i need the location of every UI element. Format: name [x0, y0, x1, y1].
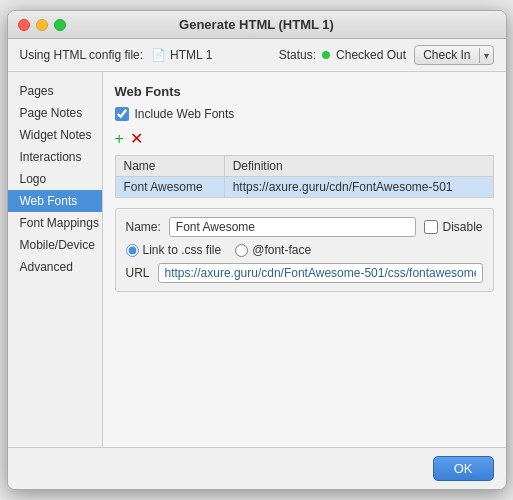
name-label: Name:	[126, 220, 161, 234]
check-in-arrow[interactable]: ▾	[479, 48, 493, 63]
title-bar: Generate HTML (HTML 1)	[8, 11, 506, 39]
radio-row: Link to .css file @font-face	[126, 243, 483, 257]
radio-fontface-label: @font-face	[252, 243, 311, 257]
disable-checkbox[interactable]	[424, 220, 438, 234]
content-area: Web Fonts Include Web Fonts + ✕ Name Def…	[103, 72, 506, 447]
footer: OK	[8, 447, 506, 489]
section-title: Web Fonts	[115, 84, 494, 99]
sidebar-item-mobile-device[interactable]: Mobile/Device	[8, 234, 102, 256]
sidebar-item-web-fonts[interactable]: Web Fonts	[8, 190, 102, 212]
ok-button[interactable]: OK	[433, 456, 494, 481]
close-button[interactable]	[18, 19, 30, 31]
config-label: Using HTML config file:	[20, 48, 144, 62]
check-in-label: Check In	[415, 46, 478, 64]
sidebar-item-font-mappings[interactable]: Font Mappings	[8, 212, 102, 234]
status-text: Checked Out	[336, 48, 406, 62]
sidebar-item-logo[interactable]: Logo	[8, 168, 102, 190]
sidebar-item-widget-notes[interactable]: Widget Notes	[8, 124, 102, 146]
detail-panel: Name: Disable Link to .css file	[115, 208, 494, 292]
config-selector[interactable]: 📄 HTML 1	[151, 48, 212, 62]
sidebar-item-advanced[interactable]: Advanced	[8, 256, 102, 278]
include-web-fonts-row: Include Web Fonts	[115, 107, 494, 121]
name-input[interactable]	[169, 217, 417, 237]
main-content: Pages Page Notes Widget Notes Interactio…	[8, 72, 506, 447]
main-window: Generate HTML (HTML 1) Using HTML config…	[7, 10, 507, 490]
config-file-icon: 📄	[151, 48, 166, 62]
url-input[interactable]	[158, 263, 483, 283]
url-row: URL	[126, 263, 483, 283]
radio-fontface-input[interactable]	[235, 244, 248, 257]
radio-css-label: Link to .css file	[143, 243, 222, 257]
name-row: Name: Disable	[126, 217, 483, 237]
status-label: Status:	[279, 48, 316, 62]
font-name-cell: Font Awesome	[115, 177, 224, 198]
radio-css-file[interactable]: Link to .css file	[126, 243, 222, 257]
col-definition-header: Definition	[224, 156, 493, 177]
minimize-button[interactable]	[36, 19, 48, 31]
remove-font-button[interactable]: ✕	[130, 131, 143, 147]
font-definition-cell: https://axure.guru/cdn/FontAwesome-501	[224, 177, 493, 198]
sidebar-item-interactions[interactable]: Interactions	[8, 146, 102, 168]
sidebar: Pages Page Notes Widget Notes Interactio…	[8, 72, 103, 447]
toolbar: Using HTML config file: 📄 HTML 1 Status:…	[8, 39, 506, 72]
disable-row: Disable	[424, 220, 482, 234]
sidebar-item-pages[interactable]: Pages	[8, 80, 102, 102]
url-label: URL	[126, 266, 150, 280]
status-section: Status: Checked Out	[279, 48, 406, 62]
status-indicator	[322, 51, 330, 59]
config-name: HTML 1	[170, 48, 212, 62]
include-web-fonts-checkbox[interactable]	[115, 107, 129, 121]
radio-font-face[interactable]: @font-face	[235, 243, 311, 257]
add-font-button[interactable]: +	[115, 131, 124, 147]
radio-css-input[interactable]	[126, 244, 139, 257]
table-row[interactable]: Font Awesome https://axure.guru/cdn/Font…	[115, 177, 493, 198]
sidebar-item-page-notes[interactable]: Page Notes	[8, 102, 102, 124]
icon-row: + ✕	[115, 131, 494, 147]
col-name-header: Name	[115, 156, 224, 177]
check-in-button[interactable]: Check In ▾	[414, 45, 493, 65]
window-title: Generate HTML (HTML 1)	[179, 17, 334, 32]
fonts-table: Name Definition Font Awesome https://axu…	[115, 155, 494, 198]
include-web-fonts-label: Include Web Fonts	[135, 107, 235, 121]
disable-label: Disable	[442, 220, 482, 234]
maximize-button[interactable]	[54, 19, 66, 31]
traffic-lights	[18, 19, 66, 31]
